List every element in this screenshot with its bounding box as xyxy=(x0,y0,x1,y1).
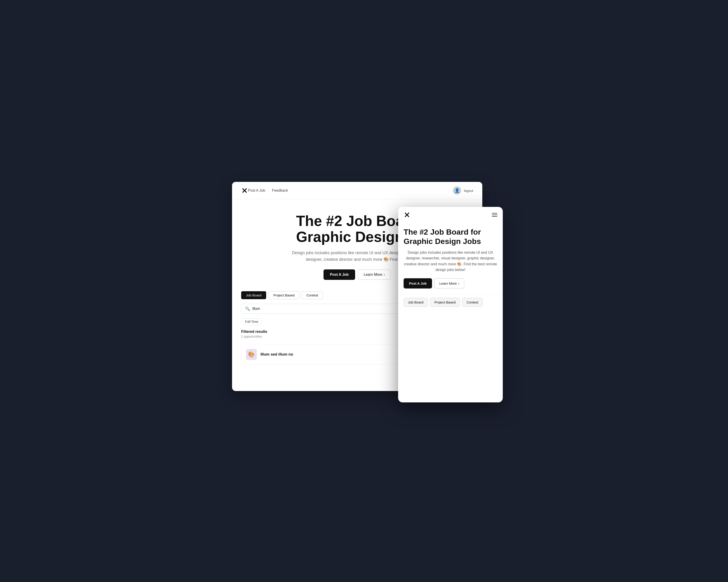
mobile-filter-tab-job-board[interactable]: Job Board xyxy=(404,298,428,307)
nav-feedback[interactable]: Feedback xyxy=(272,189,288,193)
mobile-filter-tabs: Job Board Project Based Contest xyxy=(398,294,503,310)
filter-tab-job-board[interactable]: Job Board xyxy=(241,291,266,299)
nav-links: Post A Job Feedback xyxy=(248,189,453,193)
filter-tab-contest[interactable]: Contest xyxy=(302,291,323,299)
mobile-post-a-job-button[interactable]: Post A Job xyxy=(404,278,432,288)
mobile-learn-more-button[interactable]: Learn More › xyxy=(434,278,464,288)
job-logo: 🎨 xyxy=(246,349,257,360)
filter-tab-project-based[interactable]: Project Based xyxy=(268,291,299,299)
nav-post-a-job[interactable]: Post A Job xyxy=(248,189,265,193)
mobile-filter-tab-project-based[interactable]: Project Based xyxy=(430,298,460,307)
hamburger-line-2 xyxy=(492,215,497,215)
mobile-logo[interactable] xyxy=(404,212,410,218)
job-title: Illum sed illum no xyxy=(260,352,293,357)
mobile-nav xyxy=(398,207,503,223)
hamburger-line-1 xyxy=(492,213,497,214)
mobile-hero-title: The #2 Job Board for Graphic Design Jobs xyxy=(404,227,497,246)
hamburger-line-3 xyxy=(492,216,497,217)
mobile-hero-description: Design jobs includes positions like remo… xyxy=(404,250,497,273)
learn-more-button[interactable]: Learn More › xyxy=(358,269,391,280)
chevron-right-icon: › xyxy=(384,273,385,277)
hamburger-menu[interactable] xyxy=(492,213,497,217)
logout-link[interactable]: logout xyxy=(464,189,473,193)
mobile-hero: The #2 Job Board for Graphic Design Jobs… xyxy=(398,223,503,294)
desktop-logo[interactable] xyxy=(241,187,248,194)
full-time-badge[interactable]: Full-Time xyxy=(241,318,262,325)
post-a-job-button[interactable]: Post A Job xyxy=(323,269,355,280)
mobile-filter-tab-contest[interactable]: Contest xyxy=(462,298,483,307)
mobile-buttons: Post A Job Learn More › xyxy=(404,278,497,288)
avatar: 👤 xyxy=(453,187,461,195)
mobile-chevron-right-icon: › xyxy=(458,281,459,285)
nav-right: 👤 logout xyxy=(453,187,473,195)
mobile-window: The #2 Job Board for Graphic Design Jobs… xyxy=(398,207,503,403)
search-icon: 🔍 xyxy=(245,306,250,311)
desktop-nav: Post A Job Feedback 👤 logout xyxy=(232,182,482,199)
